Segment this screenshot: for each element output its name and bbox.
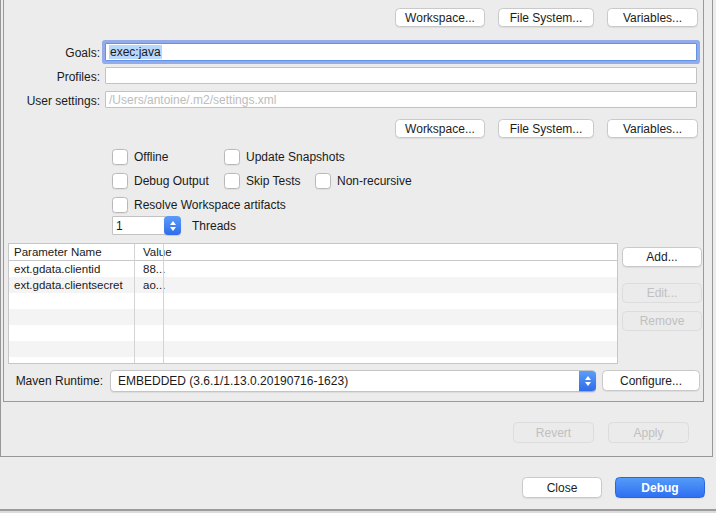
threads-label: Threads xyxy=(192,219,236,233)
checkbox-icon[interactable] xyxy=(315,173,331,189)
skip-tests-label: Skip Tests xyxy=(246,174,300,188)
skip-tests-checkbox[interactable]: Skip Tests xyxy=(224,173,300,189)
goals-selected-text: exec:java xyxy=(109,45,162,59)
threads-input[interactable]: 1 xyxy=(112,216,166,235)
user-settings-label: User settings: xyxy=(10,94,100,108)
offline-label: Offline xyxy=(134,150,168,164)
maven-runtime-select[interactable]: EMBEDDED (3.6.1/1.13.0.20190716-1623) xyxy=(110,370,596,392)
debug-button[interactable]: Debug xyxy=(615,477,705,498)
param-name-cell: ext.gdata.clientsecret xyxy=(9,277,139,293)
checkbox-icon[interactable] xyxy=(112,173,128,189)
checkbox-icon[interactable] xyxy=(224,149,240,165)
param-value-cell: 88... xyxy=(139,261,172,277)
user-settings-placeholder: /Users/antoine/.m2/settings.xml xyxy=(109,93,276,107)
table-row-empty xyxy=(9,341,617,357)
user-settings-input[interactable]: /Users/antoine/.m2/settings.xml xyxy=(105,91,697,108)
close-button[interactable]: Close xyxy=(522,477,602,498)
goals-variables-button[interactable]: Variables... xyxy=(607,8,698,27)
configure-button[interactable]: Configure... xyxy=(602,370,700,391)
debug-output-checkbox[interactable]: Debug Output xyxy=(112,173,209,189)
parameters-table-body: ext.gdata.clientid 88... ext.gdata.clien… xyxy=(9,261,617,364)
resolve-workspace-artifacts-checkbox[interactable]: Resolve Workspace artifacts xyxy=(112,197,286,213)
resolve-workspace-artifacts-label: Resolve Workspace artifacts xyxy=(134,198,286,212)
remove-parameter-button[interactable]: Remove xyxy=(622,311,702,331)
maven-runtime-dropdown-stepper[interactable] xyxy=(579,371,596,391)
settings-file-system-button[interactable]: File System... xyxy=(498,119,594,138)
checkbox-icon[interactable] xyxy=(224,173,240,189)
column-divider[interactable] xyxy=(163,244,164,363)
stepper-up-icon xyxy=(585,376,591,380)
threads-value: 1 xyxy=(116,219,123,233)
table-row-empty xyxy=(9,293,617,309)
goals-label: Goals: xyxy=(10,46,100,60)
apply-button[interactable]: Apply xyxy=(608,422,689,443)
table-row-empty xyxy=(9,309,617,325)
threads-stepper[interactable] xyxy=(164,216,181,235)
column-header-parameter-name[interactable]: Parameter Name xyxy=(9,244,139,260)
parameters-table[interactable]: Parameter Name Value ext.gdata.clientid … xyxy=(8,243,618,364)
update-snapshots-label: Update Snapshots xyxy=(246,150,345,164)
goals-workspace-button[interactable]: Workspace... xyxy=(395,8,485,27)
maven-runtime-label: Maven Runtime: xyxy=(10,374,103,388)
table-row-empty xyxy=(9,325,617,341)
table-row-empty xyxy=(9,357,617,364)
settings-variables-button[interactable]: Variables... xyxy=(607,119,698,138)
non-recursive-label: Non-recursive xyxy=(337,174,412,188)
update-snapshots-checkbox[interactable]: Update Snapshots xyxy=(224,149,345,165)
parameters-table-header: Parameter Name Value xyxy=(9,244,617,261)
profiles-label: Profiles: xyxy=(10,70,100,84)
column-divider[interactable] xyxy=(134,244,135,363)
non-recursive-checkbox[interactable]: Non-recursive xyxy=(315,173,412,189)
stepper-up-icon[interactable] xyxy=(170,221,176,225)
edit-parameter-button[interactable]: Edit... xyxy=(622,283,702,303)
param-name-cell: ext.gdata.clientid xyxy=(9,261,139,277)
param-value-cell: ao... xyxy=(139,277,172,293)
goals-file-system-button[interactable]: File System... xyxy=(498,8,594,27)
offline-checkbox[interactable]: Offline xyxy=(112,149,168,165)
debug-output-label: Debug Output xyxy=(134,174,209,188)
goals-input[interactable]: exec:java xyxy=(105,43,697,61)
checkbox-icon[interactable] xyxy=(112,197,128,213)
profiles-input[interactable] xyxy=(105,67,697,84)
checkbox-icon[interactable] xyxy=(112,149,128,165)
maven-runtime-value: EMBEDDED (3.6.1/1.13.0.20190716-1623) xyxy=(111,374,579,388)
add-parameter-button[interactable]: Add... xyxy=(622,247,702,267)
revert-button[interactable]: Revert xyxy=(513,422,594,443)
settings-workspace-button[interactable]: Workspace... xyxy=(395,119,485,138)
table-row[interactable]: ext.gdata.clientid 88... xyxy=(9,261,617,277)
table-row[interactable]: ext.gdata.clientsecret ao... xyxy=(9,277,617,293)
stepper-down-icon[interactable] xyxy=(170,227,176,231)
column-header-value[interactable]: Value xyxy=(139,244,172,260)
stepper-down-icon xyxy=(585,382,591,386)
